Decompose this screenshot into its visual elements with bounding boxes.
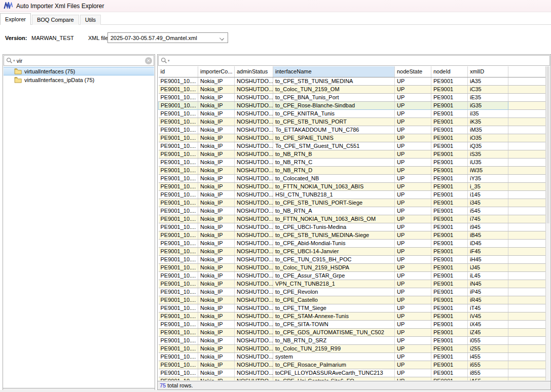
cell[interactable]: PE9001_10.... <box>159 126 198 134</box>
cell[interactable]: to_Coloc_TUN_2159_OM <box>273 85 395 93</box>
cell[interactable]: PE9001_10.... <box>159 312 198 320</box>
cell[interactable]: UP <box>395 101 431 109</box>
cell[interactable] <box>508 101 546 109</box>
cell[interactable]: PE9001_10.... <box>159 101 198 109</box>
cell[interactable]: to_CPE_Uni-Centrale-Site6_FO <box>273 377 395 380</box>
cell[interactable]: PE9001_10.... <box>159 77 198 85</box>
cell[interactable] <box>508 134 546 142</box>
cell[interactable] <box>508 352 546 361</box>
cell[interactable] <box>508 377 546 380</box>
cell[interactable]: UP <box>395 320 431 328</box>
cell[interactable] <box>508 280 546 288</box>
cell[interactable] <box>508 255 546 263</box>
search-options-arrow-icon[interactable]: ▾ <box>168 59 170 63</box>
cell[interactable]: NOSHUTDO... <box>235 174 273 182</box>
cell[interactable]: UP <box>395 304 431 312</box>
cell[interactable]: NOSHUTDO... <box>235 361 273 369</box>
tab-boq-compare[interactable]: BOQ Compare <box>32 15 79 25</box>
cell[interactable]: PE9001 <box>431 312 468 320</box>
cell[interactable]: to_CPE_SPAIE_TUNIS <box>273 134 395 142</box>
cell[interactable]: Nokia_IP <box>198 85 235 93</box>
cell[interactable]: i055 <box>468 336 508 344</box>
cell[interactable]: UP <box>395 77 431 85</box>
cell[interactable]: PE9001 <box>431 174 468 182</box>
cell[interactable]: Nokia_IP <box>198 231 235 239</box>
cell[interactable]: VPN_CTN_TUNB218_1 <box>273 280 395 288</box>
cell[interactable]: NOSHUTDO... <box>235 247 273 255</box>
cell[interactable]: UP <box>395 223 431 231</box>
cell[interactable]: PE9001 <box>431 150 468 158</box>
cell[interactable]: PE9001_10.... <box>159 328 198 336</box>
cell[interactable]: Nokia_IP <box>198 336 235 344</box>
cell[interactable]: PE9001 <box>431 93 468 101</box>
cell[interactable]: NOSHUTDO... <box>235 288 273 296</box>
cell[interactable]: UP <box>395 344 431 352</box>
cell[interactable]: PE9001 <box>431 239 468 247</box>
cell[interactable]: PE9001_10.... <box>159 239 198 247</box>
cell[interactable] <box>508 288 546 296</box>
cell[interactable]: to_NB_RTN_D_SRZ <box>273 336 395 344</box>
cell[interactable]: iY35 <box>468 174 508 182</box>
cell[interactable]: UP <box>395 328 431 336</box>
cell[interactable]: Nokia_IP <box>198 263 235 271</box>
cell[interactable]: PE9001_10.... <box>159 280 198 288</box>
cell[interactable]: PE9001_10.... <box>159 344 198 352</box>
cell[interactable]: Nokia_IP <box>198 247 235 255</box>
table-row[interactable]: PE9001_10....Nokia_IPNOSHUTDO...to_CPE_S… <box>159 312 546 320</box>
column-header-nodestate[interactable]: nodeState <box>395 66 431 77</box>
cell[interactable]: to_CPE_BNA_Tunis_Port <box>273 93 395 101</box>
cell[interactable]: to_CPE_Castello <box>273 296 395 304</box>
cell[interactable]: PE9001 <box>431 142 468 150</box>
cell[interactable]: NOSHUTDO... <box>235 166 273 174</box>
cell[interactable] <box>508 328 546 336</box>
tree-item[interactable]: virtualInterfaces_ipData (75) <box>4 75 154 84</box>
cell[interactable]: NOSHUTDO... <box>235 296 273 304</box>
cell[interactable]: iB45 <box>468 231 508 239</box>
cell[interactable]: PE9001 <box>431 190 468 199</box>
cell[interactable]: Nokia_IP <box>198 223 235 231</box>
cell[interactable]: Nokia_IP <box>198 117 235 126</box>
table-row[interactable]: PE9001_10....Nokia_IPNOSHUTDO...to_CPE_S… <box>159 231 546 239</box>
cell[interactable]: to_CPE_Revolon <box>273 288 395 296</box>
cell[interactable]: iK35 <box>468 117 508 126</box>
cell[interactable] <box>508 223 546 231</box>
cell[interactable]: NOSHUTDO... <box>235 352 273 361</box>
cell[interactable]: NOSHUTDO... <box>235 77 273 85</box>
cell[interactable]: PE9001 <box>431 223 468 231</box>
cell[interactable]: Nokia_IP <box>198 150 235 158</box>
cell[interactable] <box>508 126 546 134</box>
cell[interactable]: NOSHUTDO... <box>235 320 273 328</box>
tab-utils[interactable]: Utils <box>80 15 101 25</box>
cell[interactable] <box>508 296 546 304</box>
table-row[interactable]: PE9001_10....Nokia_IPNOSHUTDO...to_FTTN_… <box>159 215 546 223</box>
table-row[interactable]: PE9001_10....Nokia_IPNOSHUTDO...to_CPE_U… <box>159 247 546 255</box>
table-row[interactable]: PE9001_10....Nokia_IPNOSHUTDO...toCPE_LL… <box>159 369 546 377</box>
table-row[interactable]: PE9001_10....Nokia_IPNOSHUTDO...To_CPE_S… <box>159 142 546 150</box>
cell[interactable]: Nokia_IP <box>198 77 235 85</box>
cell[interactable]: Nokia_IP <box>198 215 235 223</box>
cell[interactable]: Nokia_IP <box>198 207 235 215</box>
cell[interactable]: HSI_CTN_TUNB218_1 <box>273 190 395 199</box>
cell[interactable] <box>508 150 546 158</box>
cell[interactable]: NOSHUTDO... <box>235 239 273 247</box>
table-row[interactable]: PE9001_10....Nokia_IPNOSHUTDO...to_CPE_A… <box>159 239 546 247</box>
cell[interactable]: NOSHUTDO... <box>235 158 273 166</box>
cell[interactable]: PE9001 <box>431 369 468 377</box>
cell[interactable]: iQ35 <box>468 142 508 150</box>
cell[interactable]: PE9001 <box>431 344 468 352</box>
cell[interactable]: Nokia_IP <box>198 288 235 296</box>
cell[interactable]: PE9001_10.... <box>159 134 198 142</box>
cell[interactable]: Nokia_IP <box>198 352 235 361</box>
cell[interactable]: iO35 <box>468 134 508 142</box>
cell[interactable]: Nokia_IP <box>198 312 235 320</box>
cell[interactable]: Nokia_IP <box>198 271 235 280</box>
tree-item[interactable]: virtualInterfaces (75) <box>4 67 154 75</box>
cell[interactable]: NOSHUTDO... <box>235 263 273 271</box>
cell[interactable]: iF45 <box>468 247 508 255</box>
cell[interactable]: PE9001 <box>431 320 468 328</box>
cell[interactable]: iI35 <box>468 109 508 117</box>
cell[interactable]: PE9001 <box>431 207 468 215</box>
cell[interactable]: UP <box>395 377 431 380</box>
cell[interactable]: NOSHUTDO... <box>235 215 273 223</box>
cell[interactable] <box>508 207 546 215</box>
